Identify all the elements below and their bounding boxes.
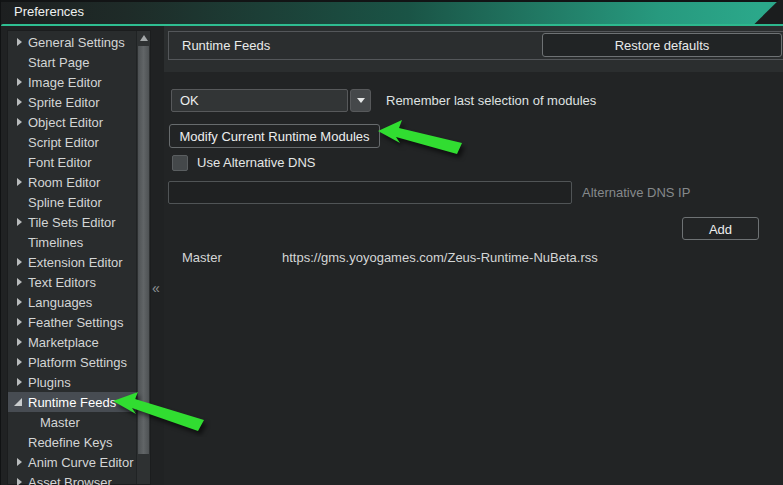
tree-collapsed-icon[interactable] xyxy=(17,278,22,286)
preferences-tree: General Settings Start Page Image Editor… xyxy=(8,32,136,485)
sidebar-item-room-editor[interactable]: Room Editor xyxy=(8,172,136,192)
feed-url: https://gms.yoyogames.com/Zeus-Runtime-N… xyxy=(282,250,598,265)
tree-collapsed-icon[interactable] xyxy=(17,378,22,386)
sidebar-item-timelines[interactable]: Timelines xyxy=(8,232,136,252)
tree-collapsed-icon[interactable] xyxy=(17,78,22,86)
use-alternative-dns-label: Use Alternative DNS xyxy=(197,155,316,171)
tree-collapsed-icon[interactable] xyxy=(17,478,22,485)
scrollbar-thumb[interactable] xyxy=(138,46,149,454)
collapse-sidebar-icon[interactable]: « xyxy=(148,279,164,297)
alternative-dns-ip-label: Alternative DNS IP xyxy=(582,181,690,204)
preferences-window: Preferences General Settings Start Page … xyxy=(0,0,783,485)
tree-indent-spacer xyxy=(17,442,22,443)
sidebar-item-master[interactable]: Master xyxy=(8,412,136,432)
tree-indent-spacer xyxy=(17,62,22,63)
modify-runtime-modules-button[interactable]: Modify Current Runtime Modules xyxy=(169,124,380,148)
sidebar-item-languages[interactable]: Languages xyxy=(8,292,136,312)
use-alternative-dns-checkbox[interactable] xyxy=(172,155,188,171)
sidebar-item-asset-browser[interactable]: Asset Browser xyxy=(8,472,136,485)
tree-indent-spacer xyxy=(17,202,22,203)
annotation-arrow-icon xyxy=(376,118,468,162)
page-title: Runtime Feeds xyxy=(182,31,270,60)
sidebar-item-general-settings[interactable]: General Settings xyxy=(8,32,136,52)
tree-collapsed-icon[interactable] xyxy=(17,218,22,226)
tree-collapsed-icon[interactable] xyxy=(17,298,22,306)
sidebar-item-feather-settings[interactable]: Feather Settings xyxy=(8,312,136,332)
sidebar-item-runtime-feeds[interactable]: Runtime Feeds xyxy=(8,392,136,412)
sidebar-item-object-editor[interactable]: Object Editor xyxy=(8,112,136,132)
feed-name: Master xyxy=(182,250,282,265)
sidebar: General Settings Start Page Image Editor… xyxy=(7,30,151,485)
window-title: Preferences xyxy=(14,0,84,24)
tree-collapsed-icon[interactable] xyxy=(17,458,22,466)
feed-list-item[interactable]: Master https://gms.yoyogames.com/Zeus-Ru… xyxy=(182,250,598,265)
sidebar-item-text-editors[interactable]: Text Editors xyxy=(8,272,136,292)
tree-collapsed-icon[interactable] xyxy=(17,358,22,366)
tree-expanded-icon[interactable] xyxy=(14,398,22,406)
sidebar-item-redefine-keys[interactable]: Redefine Keys xyxy=(8,432,136,452)
sidebar-item-spline-editor[interactable]: Spline Editor xyxy=(8,192,136,212)
sidebar-item-sprite-editor[interactable]: Sprite Editor xyxy=(8,92,136,112)
module-selection-dropdown[interactable]: OK xyxy=(171,89,348,112)
module-selection-label: Remember last selection of modules xyxy=(386,89,596,112)
dropdown-arrow-button[interactable] xyxy=(350,89,371,112)
sidebar-item-extension-editor[interactable]: Extension Editor xyxy=(8,252,136,272)
scroll-up-icon[interactable] xyxy=(137,31,150,45)
sidebar-scrollbar[interactable] xyxy=(136,31,150,484)
tree-indent-spacer xyxy=(17,422,22,423)
alternative-dns-ip-input[interactable] xyxy=(168,181,572,204)
tree-indent-spacer xyxy=(17,142,22,143)
tree-collapsed-icon[interactable] xyxy=(17,178,22,186)
sidebar-item-plugins[interactable]: Plugins xyxy=(8,372,136,392)
restore-defaults-button[interactable]: Restore defaults xyxy=(542,33,782,57)
tree-collapsed-icon[interactable] xyxy=(17,38,22,46)
tree-collapsed-icon[interactable] xyxy=(17,338,22,346)
add-feed-button[interactable]: Add xyxy=(682,217,759,240)
chevron-down-icon xyxy=(357,98,365,103)
tree-indent-spacer xyxy=(17,162,22,163)
sidebar-item-font-editor[interactable]: Font Editor xyxy=(8,152,136,172)
sidebar-item-anim-curve-editor[interactable]: Anim Curve Editor xyxy=(8,452,136,472)
tree-indent-spacer xyxy=(17,242,22,243)
sidebar-item-marketplace[interactable]: Marketplace xyxy=(8,332,136,352)
sidebar-item-platform-settings[interactable]: Platform Settings xyxy=(8,352,136,372)
tree-collapsed-icon[interactable] xyxy=(17,258,22,266)
sidebar-item-script-editor[interactable]: Script Editor xyxy=(8,132,136,152)
tree-collapsed-icon[interactable] xyxy=(17,118,22,126)
tree-collapsed-icon[interactable] xyxy=(17,98,22,106)
title-bar[interactable]: Preferences xyxy=(1,0,783,24)
runtime-feeds-panel: OK Remember last selection of modules Mo… xyxy=(164,72,783,485)
sidebar-item-start-page[interactable]: Start Page xyxy=(8,52,136,72)
sidebar-item-image-editor[interactable]: Image Editor xyxy=(8,72,136,92)
tree-collapsed-icon[interactable] xyxy=(17,318,22,326)
sidebar-item-tile-sets-editor[interactable]: Tile Sets Editor xyxy=(8,212,136,232)
